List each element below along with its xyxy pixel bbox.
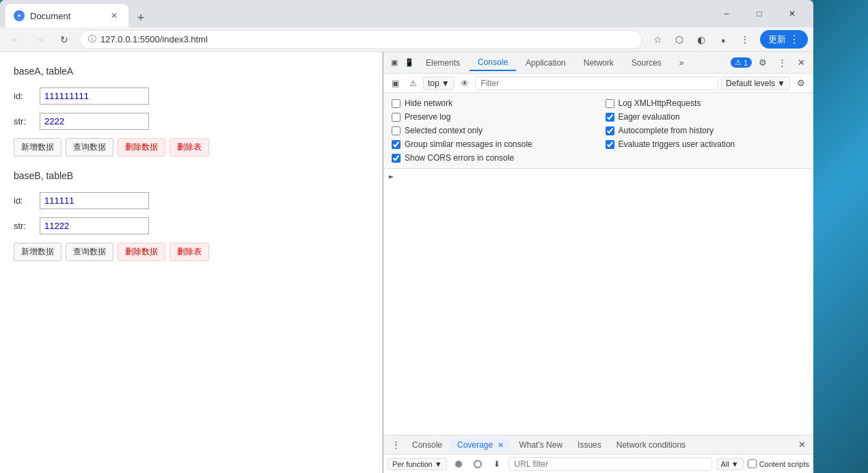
maximize-button[interactable]: □	[744, 0, 775, 27]
settings-icon[interactable]: ⋮	[735, 30, 755, 49]
console-sidebar-toggle[interactable]: ▣	[388, 76, 403, 91]
coverage-record-button[interactable]	[451, 457, 466, 472]
coverage-download-button[interactable]: ⬇	[489, 457, 504, 472]
content-scripts-label[interactable]: Content scripts	[748, 459, 809, 468]
back-button[interactable]: ←	[5, 30, 25, 49]
devtools-header-icons: ⚠ 1 ⚙ ⋮ ✕	[731, 55, 809, 71]
svg-point-1	[455, 461, 462, 468]
devtools-settings-icon[interactable]: ⚙	[755, 55, 771, 71]
bottom-tab-console[interactable]: Console	[405, 439, 449, 451]
devtools-device-icon[interactable]: 📱	[403, 56, 416, 70]
title-bar: Document ✕ + – □ ✕	[0, 0, 813, 27]
minimize-button[interactable]: –	[711, 0, 742, 27]
query-data-a-button[interactable]: 查询数据	[66, 138, 113, 157]
content-scripts-checkbox[interactable]	[748, 459, 757, 468]
console-expand-arrow[interactable]: ►	[388, 170, 395, 183]
extensions-icon[interactable]: ⬧	[714, 30, 733, 49]
tab-elements[interactable]: Elements	[418, 55, 468, 70]
console-clear-button[interactable]: ⚠	[405, 76, 420, 91]
devtools-more-icon[interactable]: ⋮	[774, 55, 790, 71]
url-bar[interactable]: ⓘ 127.0.0.1:5500/index3.html	[79, 30, 642, 49]
bottom-bar-more-icon[interactable]: ⋮	[388, 437, 404, 453]
selected-ctx-checkbox[interactable]	[392, 126, 401, 135]
bottom-tab-whats-new[interactable]: What's New	[512, 439, 569, 451]
section-a-title: baseA, tableA	[14, 66, 368, 77]
autocomplete-checkbox[interactable]	[606, 126, 614, 135]
per-function-select[interactable]: Per function ▼	[388, 458, 447, 470]
bottom-tab-issues[interactable]: Issues	[571, 439, 608, 451]
setting-hide-network[interactable]: Hide network	[392, 98, 592, 108]
levels-chevron-icon: ▼	[777, 79, 785, 88]
str-b-label: str:	[14, 221, 34, 231]
drop-table-a-button[interactable]: 删除表	[169, 138, 209, 157]
hide-network-label: Hide network	[405, 98, 452, 108]
console-eye-button[interactable]: 👁	[457, 76, 472, 91]
str-a-group: str:	[14, 113, 368, 130]
tab-network[interactable]: Network	[575, 55, 622, 70]
tab-sources[interactable]: Sources	[623, 55, 670, 70]
forward-button[interactable]: →	[30, 30, 49, 49]
setting-log-xml[interactable]: Log XMLHttpRequests	[606, 98, 806, 108]
delete-data-b-button[interactable]: 删除数据	[118, 243, 165, 261]
issue-badge[interactable]: ⚠ 1	[731, 57, 752, 68]
tab-more[interactable]: »	[671, 55, 692, 70]
chevron-down-icon: ▼	[442, 79, 450, 88]
setting-eager-eval[interactable]: Eager evaluation	[606, 112, 806, 122]
tab-application[interactable]: Application	[517, 55, 574, 70]
levels-label: Default levels	[726, 79, 775, 88]
console-filter-input[interactable]	[475, 77, 718, 90]
preserve-log-checkbox[interactable]	[392, 113, 401, 122]
coverage-tab-close-icon[interactable]: ✕	[498, 441, 504, 449]
console-levels-select[interactable]: Default levels ▼	[721, 77, 790, 90]
setting-group-similar[interactable]: Group similar messages in console	[392, 139, 592, 149]
str-a-input[interactable]	[40, 113, 149, 130]
coverage-stop-button[interactable]	[470, 457, 485, 472]
bottom-tab-network-conditions[interactable]: Network conditions	[610, 439, 692, 451]
add-data-a-button[interactable]: 新增数据	[14, 138, 62, 157]
update-button[interactable]: 更新 ⋮	[760, 30, 808, 49]
eval-triggers-checkbox[interactable]	[606, 140, 614, 149]
eager-eval-checkbox[interactable]	[606, 113, 614, 122]
str-b-input[interactable]	[40, 217, 149, 234]
page-content: baseA, tableA id: str: 新增数据 查询数据 删除数据 删除…	[0, 52, 383, 473]
hide-network-checkbox[interactable]	[392, 99, 401, 108]
new-tab-button[interactable]: +	[131, 8, 150, 27]
bottom-tab-coverage[interactable]: Coverage ✕	[450, 439, 511, 451]
query-data-b-button[interactable]: 查询数据	[66, 243, 113, 261]
tab-console[interactable]: Console	[470, 55, 516, 71]
setting-autocomplete[interactable]: Autocomplete from history	[606, 126, 806, 135]
per-function-label: Per function	[392, 460, 433, 468]
close-button[interactable]: ✕	[776, 0, 808, 27]
devtools-inspect-icon[interactable]: ▣	[388, 56, 401, 70]
lock-icon: ⓘ	[88, 33, 96, 45]
add-data-b-button[interactable]: 新增数据	[14, 243, 62, 261]
id-b-input[interactable]	[40, 192, 149, 209]
active-tab[interactable]: Document ✕	[5, 4, 128, 27]
group-similar-checkbox[interactable]	[392, 140, 401, 149]
coverage-all-select[interactable]: All ▼	[716, 458, 744, 470]
log-xml-checkbox[interactable]	[606, 99, 614, 108]
bottom-bar-close-icon[interactable]: ✕	[794, 437, 809, 452]
tab-title: Document	[30, 11, 70, 21]
bookmark-icon[interactable]: ☆	[648, 30, 667, 49]
eval-triggers-label: Evaluate triggers user activation	[619, 139, 735, 149]
tab-close-button[interactable]: ✕	[108, 10, 120, 22]
setting-preserve-log[interactable]: Preserve log	[392, 112, 592, 122]
devtools-close-icon[interactable]: ✕	[793, 55, 809, 71]
id-b-label: id:	[14, 195, 34, 206]
reload-button[interactable]: ↻	[55, 30, 74, 49]
issue-count: 1	[744, 59, 748, 67]
console-settings-panel: Hide network Log XMLHttpRequests Preserv…	[383, 93, 813, 169]
setting-selected-ctx[interactable]: Selected context only	[392, 126, 592, 135]
cast-icon[interactable]: ⬡	[670, 30, 689, 49]
profile-icon[interactable]: ◐	[692, 30, 711, 49]
console-gear-icon[interactable]: ⚙	[793, 75, 809, 92]
drop-table-b-button[interactable]: 删除表	[169, 243, 209, 261]
coverage-url-filter-input[interactable]	[508, 457, 712, 471]
id-a-input[interactable]	[40, 87, 149, 105]
delete-data-a-button[interactable]: 删除数据	[118, 138, 165, 157]
setting-eval-triggers[interactable]: Evaluate triggers user activation	[606, 139, 806, 149]
show-cors-checkbox[interactable]	[392, 154, 401, 163]
setting-show-cors[interactable]: Show CORS errors in console	[392, 153, 592, 163]
console-context-select[interactable]: top ▼	[423, 77, 455, 90]
